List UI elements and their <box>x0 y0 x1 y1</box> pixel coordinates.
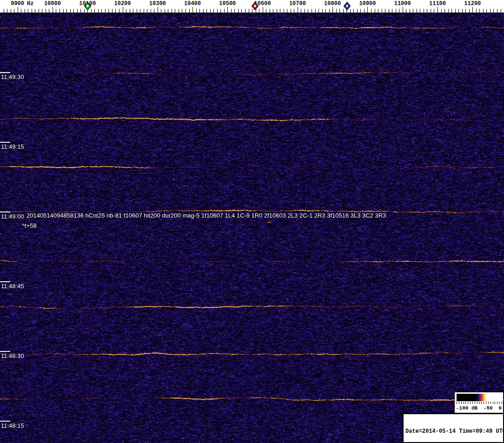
ruler-minor-tick <box>49 9 49 13</box>
ruler-minor-tick <box>73 9 74 13</box>
ruler-minor-tick <box>353 9 354 13</box>
ruler-minor-tick <box>105 9 106 13</box>
ruler-major-tick <box>53 7 53 13</box>
ruler-frequency-label: 10000 <box>44 0 61 7</box>
db-tick <box>499 402 500 404</box>
ruler-minor-tick <box>70 9 71 13</box>
db-tick <box>484 402 484 404</box>
ruler-minor-tick <box>469 9 470 13</box>
ruler-frequency-label: 10900 <box>359 0 376 7</box>
ruler-frequency-label: 10300 <box>149 0 166 7</box>
ruler-minor-tick <box>245 9 245 13</box>
ruler-minor-tick <box>241 9 242 13</box>
ruler-minor-tick <box>451 9 452 13</box>
ruler-minor-tick <box>189 9 190 13</box>
ruler-minor-tick <box>165 9 165 13</box>
ruler-minor-tick <box>151 9 151 13</box>
red-marker[interactable] <box>252 2 259 10</box>
db-gradient-bar <box>457 394 501 401</box>
ruler-frequency-label: 9900 <box>11 0 24 7</box>
ruler-minor-tick <box>312 9 312 13</box>
ruler-minor-tick <box>280 9 280 13</box>
time-label: 11:48:30 <box>1 352 24 359</box>
ruler-minor-tick <box>497 9 497 13</box>
ruler-minor-tick <box>220 9 221 13</box>
ruler-minor-tick <box>21 9 21 13</box>
db-tick <box>481 402 482 404</box>
ruler-minor-tick <box>179 9 179 13</box>
time-label: 11:48:15 <box>1 422 24 429</box>
time-label: 11:48:45 <box>1 283 24 290</box>
time-tick <box>0 212 10 212</box>
ruler-minor-tick <box>77 9 78 13</box>
ruler-minor-tick <box>11 9 11 13</box>
db-tick <box>488 402 489 404</box>
db-tick <box>495 402 495 404</box>
ruler-minor-tick <box>154 9 154 13</box>
db-tick <box>457 402 457 404</box>
blue-marker[interactable] <box>344 2 351 10</box>
ruler-minor-tick <box>382 9 382 13</box>
time-tick <box>0 72 10 73</box>
ruler-major-tick <box>18 7 18 13</box>
ruler-minor-tick <box>291 9 291 13</box>
ruler-minor-tick <box>490 9 491 13</box>
ruler-minor-tick <box>364 9 365 13</box>
ruler-major-tick <box>158 7 158 13</box>
ruler-minor-tick <box>417 9 417 13</box>
ruler-minor-tick <box>441 9 442 13</box>
ruler-minor-tick <box>32 9 32 13</box>
ruler-minor-tick <box>476 9 477 13</box>
ruler-minor-tick <box>308 9 308 13</box>
ruler-major-tick <box>192 7 193 13</box>
spectrogram-waterfall[interactable] <box>0 13 504 443</box>
frequency-ruler: 9900100001010010200103001040010500106001… <box>0 0 504 13</box>
ruler-minor-tick <box>329 9 330 13</box>
ruler-minor-tick <box>462 9 463 13</box>
ruler-minor-tick <box>277 9 277 13</box>
frequency-unit-label: Hz <box>27 0 33 7</box>
ruler-minor-tick <box>186 9 186 13</box>
ruler-minor-tick <box>60 9 60 13</box>
ruler-minor-tick <box>140 9 140 13</box>
ruler-minor-tick <box>28 9 28 13</box>
info-date-time: Date=2014-05-14 Time=09:49 UTC <box>405 428 501 435</box>
ruler-minor-tick <box>199 9 200 13</box>
ruler-minor-tick <box>98 9 99 13</box>
ruler-minor-tick <box>39 9 39 13</box>
ruler-major-tick <box>298 7 298 13</box>
db-tick <box>486 402 486 404</box>
ruler-minor-tick <box>234 9 235 13</box>
db-tick <box>497 402 497 404</box>
ruler-minor-tick <box>108 9 109 13</box>
ruler-minor-tick <box>378 9 378 13</box>
ruler-minor-tick <box>336 9 337 13</box>
db-min-label: -100 dB <box>456 405 477 411</box>
ruler-minor-tick <box>213 9 214 13</box>
ruler-minor-tick <box>420 9 420 13</box>
ruler-frequency-label: 10800 <box>324 0 341 7</box>
ruler-minor-tick <box>266 9 266 13</box>
db-colorbar-ticks <box>457 402 501 404</box>
ruler-minor-tick <box>217 9 218 13</box>
ruler-minor-tick <box>287 9 287 13</box>
db-tick <box>477 402 477 404</box>
ruler-minor-tick <box>479 9 480 13</box>
db-tick <box>479 402 480 404</box>
db-tick <box>461 402 462 404</box>
ruler-minor-tick <box>431 9 431 13</box>
db-tick <box>472 402 473 404</box>
ruler-minor-tick <box>294 9 294 13</box>
db-tick <box>502 402 502 404</box>
db-tick <box>493 402 493 404</box>
ruler-minor-tick <box>130 9 130 13</box>
ruler-minor-tick <box>318 9 319 13</box>
ruler-minor-tick <box>115 9 116 13</box>
ruler-minor-tick <box>7 9 7 13</box>
ruler-minor-tick <box>273 9 273 13</box>
db-tick <box>475 402 475 404</box>
ruler-minor-tick <box>385 9 385 13</box>
green-marker[interactable] <box>84 2 91 10</box>
ruler-minor-tick <box>301 9 301 13</box>
ruler-major-tick <box>438 7 438 13</box>
